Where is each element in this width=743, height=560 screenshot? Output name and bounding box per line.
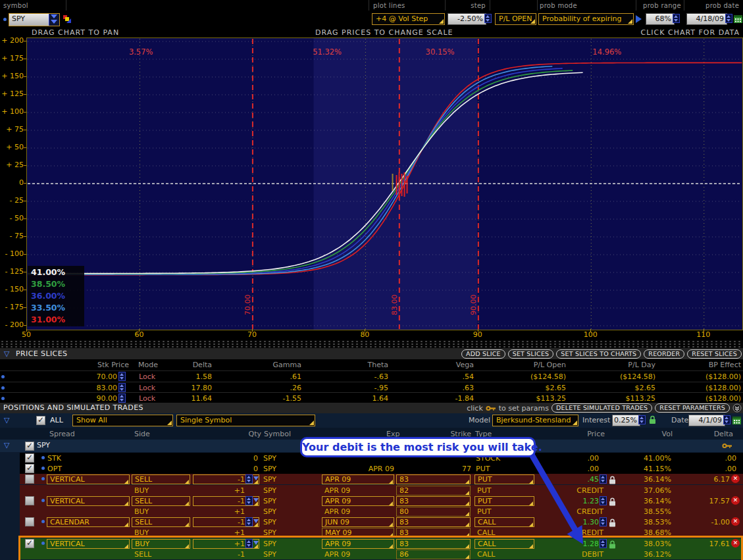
row-checkbox[interactable] <box>25 474 34 484</box>
set-slices-button[interactable]: SET SLICES <box>508 349 554 359</box>
slice-price[interactable]: 90.00 <box>97 394 118 403</box>
collapse-triangle-icon[interactable]: ▽ <box>4 441 9 449</box>
price-spinner[interactable] <box>600 539 607 548</box>
risk-profile-chart[interactable]: 70.0083.0090.003.57%51.32%30.15%14.96% <box>26 38 743 330</box>
interest-spinner[interactable] <box>638 415 646 424</box>
position-row[interactable]: SELL-1SPYAPR 0986CALLDEBIT36.12% <box>20 549 743 559</box>
set-slices-to-charts-button[interactable]: SET SLICES TO CHARTS <box>556 349 641 359</box>
spread-dropdown[interactable]: VERTICAL <box>47 496 130 506</box>
pl-mode-dropdown[interactable]: P/L OPEN <box>495 13 536 25</box>
strike-dropdown[interactable]: 83 <box>396 474 471 484</box>
row-checkbox[interactable] <box>25 496 34 505</box>
delete-simulated-trades-button[interactable]: DELETE SIMULATED TRADES <box>551 403 652 413</box>
collapse-section-icon[interactable] <box>732 403 742 413</box>
side-dropdown[interactable]: SELL <box>132 517 190 527</box>
row-checkbox[interactable] <box>25 453 34 463</box>
qty-dropdown-icon[interactable] <box>253 541 259 545</box>
exp-dropdown[interactable]: JUN 09 <box>322 517 394 527</box>
strike-dropdown[interactable]: 82 <box>396 486 471 496</box>
calendar-icon[interactable] <box>732 415 741 424</box>
type-dropdown[interactable]: PUT <box>474 496 534 506</box>
step-spinner[interactable] <box>484 14 492 23</box>
type-dropdown[interactable]: CALL <box>474 517 534 527</box>
prob-date-spinner[interactable] <box>725 14 732 23</box>
slice-mode[interactable]: Lock <box>139 394 155 403</box>
risk-profile-plot[interactable]: 70.0083.0090.003.57%51.32%30.15%14.96% <box>27 38 742 330</box>
panel-resize-divider[interactable] <box>0 340 743 348</box>
date-input[interactable]: 4/1/09 <box>688 415 725 426</box>
slice-mode[interactable]: Lock <box>139 383 155 393</box>
qty-value[interactable]: +1 <box>234 539 245 549</box>
strike-dropdown[interactable]: 83 <box>396 528 471 538</box>
side-dropdown[interactable]: SELL <box>132 496 190 506</box>
prob-range-spinner[interactable] <box>673 14 680 23</box>
date-spinner[interactable] <box>723 415 730 424</box>
calendar-icon[interactable] <box>734 14 742 23</box>
qty-dropdown-icon[interactable] <box>253 498 259 502</box>
remove-trade-button[interactable]: ✕ <box>731 517 740 526</box>
row-checkbox[interactable] <box>25 464 34 473</box>
qty-spinner[interactable] <box>245 474 253 484</box>
spread-dropdown[interactable]: CALENDAR <box>47 517 130 527</box>
prob-mode-expand-icon[interactable] <box>636 15 642 23</box>
position-row[interactable]: BUY+1SPYMAY 0983CALLCREDIT38.68% <box>20 527 743 538</box>
slice-price-spinner[interactable] <box>118 394 126 403</box>
exp-dropdown[interactable]: APR 09 <box>322 539 394 549</box>
spread-dropdown[interactable]: VERTICAL <box>47 474 130 484</box>
qty-spinner[interactable] <box>245 517 253 526</box>
strike-dropdown[interactable]: 86 <box>396 549 471 559</box>
reset-parameters-button[interactable]: RESET PARAMETERS <box>655 403 730 413</box>
qty-spinner[interactable] <box>245 496 253 505</box>
prob-range-input[interactable]: 68% <box>646 13 675 25</box>
position-row[interactable]: CALENDARSELL-1SPYJUN 0983CALL1.30 38.53%… <box>20 517 743 527</box>
qty-dropdown-icon[interactable] <box>253 519 259 523</box>
qty-value[interactable]: -1 <box>238 474 245 484</box>
detach-window-icon[interactable] <box>63 14 72 24</box>
prob-mode-dropdown[interactable]: Probability of expiring <box>538 13 634 25</box>
group-checkbox[interactable] <box>25 442 34 451</box>
key-icon[interactable] <box>722 443 732 449</box>
position-row[interactable]: VERTICALBUY+1SPYAPR 0983CALL1.28 38.03%1… <box>20 538 743 549</box>
prob-date-input[interactable]: 4/18/09 <box>686 13 727 25</box>
exp-dropdown[interactable]: APR 09 <box>322 474 394 484</box>
symbol-dropdown-chevron-icon[interactable] <box>49 14 59 26</box>
exp-dropdown[interactable]: APR 09 <box>322 496 394 506</box>
type-dropdown[interactable]: CALL <box>474 539 534 549</box>
strike-dropdown[interactable]: 80 <box>396 507 471 517</box>
remove-trade-button[interactable]: ✕ <box>731 474 740 483</box>
reset-slices-button[interactable]: RESET SLICES <box>687 349 742 359</box>
price-lock-icon[interactable] <box>609 540 616 549</box>
type-dropdown[interactable]: PUT <box>474 474 534 484</box>
position-row[interactable]: OPT0SPYAPR 0977PUT.0041.15%.00 <box>20 463 743 474</box>
remove-trade-button[interactable]: ✕ <box>731 496 740 505</box>
all-checkbox[interactable] <box>36 416 45 425</box>
collapse-triangle-icon[interactable]: ▽ <box>4 349 9 358</box>
strike-dropdown[interactable]: 83 <box>396 539 471 549</box>
model-dropdown[interactable]: Bjerksund-Stensland <box>492 415 578 426</box>
price-lock-icon[interactable] <box>609 476 616 484</box>
position-row[interactable]: VERTICALSELL-1SPYAPR 0983PUT.45 36.14%6.… <box>20 474 743 484</box>
collapse-triangle-icon[interactable]: ▽ <box>4 416 9 424</box>
row-checkbox[interactable] <box>25 517 34 526</box>
slice-price[interactable]: 83.00 <box>97 383 118 393</box>
exp-dropdown[interactable]: MAY 09 <box>322 528 394 538</box>
spread-dropdown[interactable]: VERTICAL <box>47 539 130 549</box>
reorder-button[interactable]: REORDER <box>644 349 684 359</box>
qty-dropdown-icon[interactable] <box>253 476 259 480</box>
row-checkbox[interactable] <box>25 539 34 548</box>
show-filter-dropdown[interactable]: Show All <box>72 415 173 426</box>
qty-value[interactable]: -1 <box>238 517 245 527</box>
strike-dropdown[interactable]: 83 <box>396 496 471 506</box>
side-dropdown[interactable]: BUY <box>132 539 190 549</box>
position-row[interactable]: BUY+1SPYAPR 0982PUTCREDIT37.06% <box>20 485 743 496</box>
slice-price-spinner[interactable] <box>118 383 126 392</box>
interest-input[interactable]: 0.25% <box>612 415 640 426</box>
symbol-select[interactable]: SPY <box>9 13 60 26</box>
qty-spinner[interactable] <box>245 539 253 548</box>
strike-dropdown[interactable]: 83 <box>396 517 471 527</box>
slice-price[interactable]: 70.00 <box>97 372 118 382</box>
price-lock-icon[interactable] <box>609 497 616 506</box>
price-value[interactable]: 1.28 <box>583 539 600 549</box>
position-row[interactable]: BUY+1SPYAPR 0980PUTCREDIT38.55% <box>20 506 743 517</box>
price-lock-icon[interactable] <box>609 519 616 527</box>
